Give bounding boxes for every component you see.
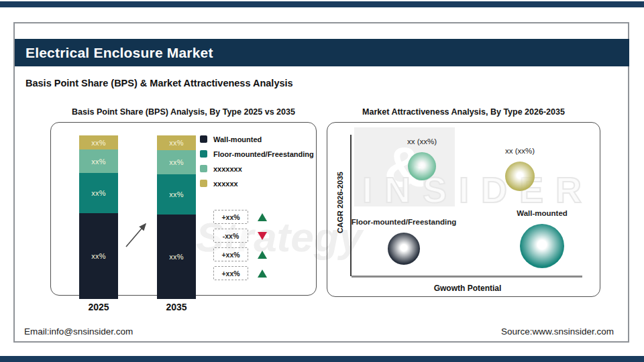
bar-segment-label: xx% (91, 158, 106, 166)
attractiveness-chart-title: Market Attractiveness Analysis, By Type … (327, 107, 600, 117)
footer-source: Source:www.snsinsider.com (501, 326, 614, 337)
bps-change-annotations: +xx%-xx%+xx%+xx% (213, 210, 267, 285)
change-value-box: +xx% (213, 247, 248, 261)
year-label-2025: 2025 (79, 302, 118, 312)
title-band: Electrical Enclosure Market (15, 39, 629, 66)
bar-segment: xx% (79, 213, 118, 299)
bubble-label: xx (xx%) (348, 137, 496, 145)
bubble-label: Floor-mounted/Freestanding (330, 218, 478, 226)
year-label-2035: 2035 (157, 302, 196, 312)
legend-item: xxxxxx (200, 180, 314, 187)
legend-item: xxxxxxx (200, 165, 314, 172)
legend-swatch (200, 135, 207, 143)
bar-segment: xx% (79, 135, 118, 149)
bar-segment: xx% (157, 174, 196, 215)
bottom-brand-strip (0, 356, 644, 362)
legend-item: Wall-mounted (200, 135, 314, 143)
x-axis-line (352, 276, 582, 278)
change-value-box: -xx% (213, 229, 248, 243)
triangle-up-icon (258, 213, 267, 221)
infographic-slide: & INSIDER Strategy Electrical Enclosure … (0, 0, 644, 362)
stacked-bar-2035: xx%xx%xx%xx% (157, 135, 196, 299)
change-row: +xx% (213, 266, 267, 280)
bar-segment: xx% (79, 173, 118, 213)
stacked-bar-2025: xx%xx%xx%xx% (79, 135, 118, 299)
change-value-box: +xx% (213, 210, 248, 224)
legend-label: Floor-mounted/Freestanding (213, 150, 314, 158)
legend-label: xxxxxx (213, 180, 238, 188)
bar-segment-label: xx% (91, 139, 106, 147)
bar-segment-label: xx% (169, 190, 184, 198)
page-title: Electrical Enclosure Market (15, 45, 213, 61)
page-subtitle: Basis Point Share (BPS) & Market Attract… (25, 78, 293, 88)
bar-segment-label: xx% (169, 253, 184, 261)
bubble (408, 152, 436, 180)
bubble (520, 224, 564, 268)
triangle-up-icon (258, 269, 267, 278)
bubble-label: Wall-mounted (468, 209, 616, 217)
footer-email: Email:info@snsinsider.com (24, 326, 133, 337)
triangle-down-icon (258, 232, 267, 240)
x-axis-label: Gwowth Potential (400, 284, 535, 293)
legend-swatch (200, 165, 207, 172)
y-axis-line (350, 135, 352, 276)
y-axis-label: CAGR 2026-2035 (336, 156, 344, 249)
bar-segment-label: xx% (91, 189, 106, 197)
legend-label: xxxxxxx (213, 165, 242, 173)
legend-item: Floor-mounted/Freestanding (200, 150, 314, 158)
change-value-box: +xx% (213, 266, 248, 280)
bar-segment: xx% (157, 215, 196, 299)
bubble (505, 162, 535, 191)
bar-segment-label: xx% (169, 158, 184, 166)
change-row: -xx% (213, 229, 267, 243)
bar-segment: xx% (79, 149, 118, 173)
trend-arrow-icon (122, 219, 152, 251)
legend-swatch (200, 180, 207, 187)
triangle-up-icon (258, 251, 267, 259)
bubble (388, 233, 420, 265)
legend-label: Wall-mounted (213, 135, 262, 143)
bar-segment: xx% (157, 150, 196, 174)
top-brand-strip (0, 1, 644, 7)
bps-chart-title: Basis Point Share (BPS) Analysis, By Typ… (50, 107, 317, 117)
bar-segment-label: xx% (91, 252, 106, 260)
bubble-label: xx (xx%) (446, 147, 594, 155)
bar-segment: xx% (157, 135, 196, 150)
change-row: +xx% (213, 210, 267, 224)
legend-swatch (200, 150, 207, 158)
bar-segment-label: xx% (169, 139, 184, 147)
bps-legend: Wall-mountedFloor-mounted/Freestandingxx… (200, 135, 314, 194)
change-row: +xx% (213, 247, 267, 261)
